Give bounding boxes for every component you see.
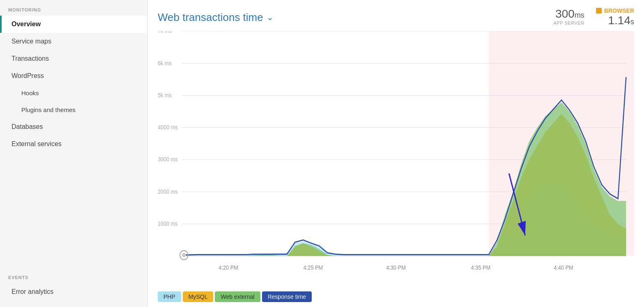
svg-text:4:40 PM: 4:40 PM (554, 265, 573, 271)
main-content: Web transactions time ⌄ 300ms APP SERVER… (148, 0, 644, 307)
sidebar-item-label: External services (12, 140, 62, 147)
sidebar-item-label: Service maps (12, 38, 51, 45)
legend-response-time[interactable]: Response time (262, 291, 312, 302)
svg-text:4:35 PM: 4:35 PM (471, 265, 491, 271)
svg-point-20 (182, 253, 186, 257)
sidebar-item-plugins-themes[interactable]: Plugins and themes (0, 101, 147, 118)
app-server-label: APP SERVER (553, 21, 584, 25)
sidebar-item-external-services[interactable]: External services (0, 135, 147, 153)
svg-text:3000 ms: 3000 ms (158, 156, 178, 163)
svg-marker-18 (182, 102, 626, 256)
chart-dropdown-icon[interactable]: ⌄ (267, 12, 274, 22)
legend-response-label: Response time (268, 293, 306, 300)
chart-header: Web transactions time ⌄ 300ms APP SERVER… (148, 0, 644, 27)
sidebar-item-overview[interactable]: Overview (0, 16, 147, 33)
chart-title: Web transactions time (158, 11, 263, 24)
svg-text:6k ms: 6k ms (158, 60, 172, 66)
legend-php-label: PHP (163, 293, 175, 300)
chart-svg: 7k ms 6k ms 5k ms 4000 ms 3000 ms 2000 m… (158, 31, 634, 288)
svg-text:4:25 PM: 4:25 PM (304, 265, 323, 271)
sidebar-item-transactions[interactable]: Transactions (0, 50, 147, 67)
app-server-value: 300ms (553, 7, 584, 21)
sidebar-item-label: Transactions (12, 55, 49, 62)
browser-color-box (596, 8, 602, 14)
legend-web-external[interactable]: Web external (215, 291, 260, 302)
app-server-stat: 300ms APP SERVER (553, 7, 584, 25)
browser-value: 1.14s (596, 14, 634, 27)
chart-stats: 300ms APP SERVER BROWSER 1.14s (553, 7, 634, 27)
sidebar-item-service-maps[interactable]: Service maps (0, 33, 147, 50)
sidebar-item-hooks[interactable]: Hooks (0, 85, 147, 101)
sidebar-item-label: Error analytics (12, 288, 53, 295)
sidebar-item-label: Overview (12, 21, 41, 27)
sidebar-item-error-analytics[interactable]: Error analytics (0, 283, 147, 300)
sidebar-item-label: Databases (12, 123, 43, 130)
sidebar-item-label: Hooks (21, 89, 39, 96)
svg-text:1000 ms: 1000 ms (158, 220, 178, 227)
sidebar: MONITORING Overview Service maps Transac… (0, 0, 148, 307)
svg-text:5k ms: 5k ms (158, 92, 172, 99)
monitoring-section-label: MONITORING (0, 0, 147, 16)
sidebar-item-wordpress[interactable]: WordPress (0, 67, 147, 85)
chart-legend: PHP MySQL Web external Response time (148, 288, 644, 307)
legend-php[interactable]: PHP (158, 291, 181, 302)
browser-label: BROWSER (604, 7, 634, 14)
sidebar-item-label: Plugins and themes (21, 106, 76, 113)
sidebar-item-databases[interactable]: Databases (0, 118, 147, 135)
browser-stat: BROWSER 1.14s (596, 7, 634, 27)
svg-text:2000 ms: 2000 ms (158, 188, 178, 195)
svg-text:7k ms: 7k ms (158, 31, 172, 34)
chart-title-area: Web transactions time ⌄ (158, 11, 274, 24)
svg-text:4:30 PM: 4:30 PM (386, 265, 406, 271)
events-section-label: EVENTS (0, 268, 147, 283)
chart-area: 7k ms 6k ms 5k ms 4000 ms 3000 ms 2000 m… (148, 27, 644, 288)
legend-webext-label: Web external (221, 293, 254, 300)
legend-mysql-label: MySQL (189, 293, 208, 300)
sidebar-item-label: WordPress (12, 72, 44, 79)
svg-text:4:20 PM: 4:20 PM (218, 265, 238, 271)
svg-text:4000 ms: 4000 ms (158, 124, 178, 131)
legend-mysql[interactable]: MySQL (183, 291, 214, 302)
